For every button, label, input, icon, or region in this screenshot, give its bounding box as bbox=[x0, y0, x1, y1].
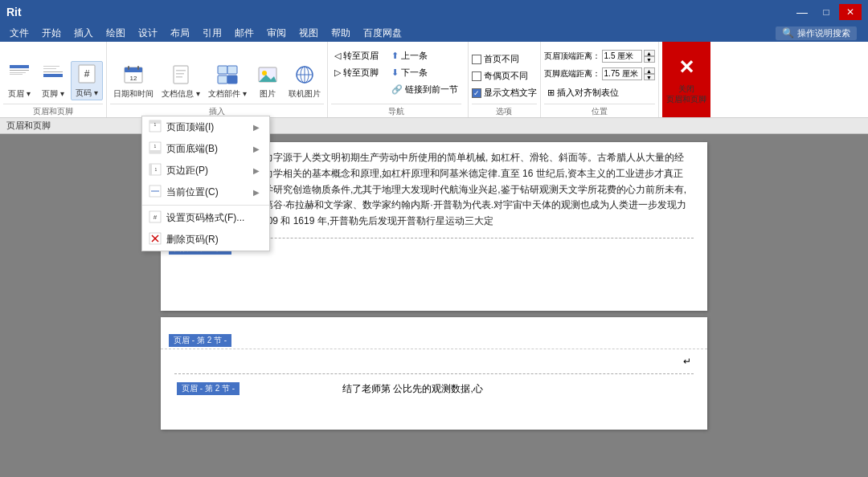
menu-item-baidu[interactable]: 百度网盘 bbox=[357, 24, 408, 42]
svg-text:#: # bbox=[154, 214, 158, 221]
prev-label: 上一条 bbox=[401, 50, 428, 62]
docinfo-button[interactable]: 文档信息 ▾ bbox=[158, 63, 203, 100]
menu-item-file[interactable]: 文件 bbox=[3, 24, 35, 42]
menu-item-design[interactable]: 设计 bbox=[132, 24, 164, 42]
svg-text:1: 1 bbox=[154, 144, 157, 149]
page-2-footer-label[interactable]: 页眉 - 第 2 节 - bbox=[177, 382, 240, 395]
svg-rect-6 bbox=[43, 71, 63, 72]
pagecode-label: 页码 ▾ bbox=[76, 88, 98, 98]
firstpage-checkbox[interactable] bbox=[472, 55, 481, 64]
setformat-icon: # bbox=[149, 210, 162, 226]
oddeven-checkbox[interactable] bbox=[472, 71, 481, 81]
datetime-button[interactable]: 12 日期和时间 bbox=[110, 63, 157, 100]
delete-label: 删除页码(R) bbox=[166, 233, 219, 247]
close-headerfooter-button[interactable]: ✕ 关闭页眉和页脚 bbox=[662, 42, 710, 117]
footerbot-input[interactable]: 1.75 厘米 bbox=[602, 67, 642, 80]
header-button[interactable]: 页眉 ▾ bbox=[3, 62, 35, 100]
ribbon-group-options: 首页不同 奇偶页不同 ✓ 显示文档文字 选项 bbox=[469, 42, 541, 117]
svg-rect-4 bbox=[43, 66, 59, 67]
docinfo-icon bbox=[170, 64, 192, 88]
pagebot-icon: 1 bbox=[149, 141, 162, 157]
footerbot-label: 页脚底端距离： bbox=[544, 68, 600, 80]
dropdown-item-pagetop[interactable]: 1 页面顶端(I) ▶ bbox=[142, 116, 269, 138]
link-prev-button[interactable]: 🔗 链接到前一节 bbox=[388, 82, 461, 97]
dropdown-item-setformat[interactable]: # 设置页码格式(F)... bbox=[142, 207, 269, 229]
close-label: 关闭页眉和页脚 bbox=[666, 84, 706, 104]
docinfo-label: 文档信息 ▾ bbox=[162, 89, 200, 99]
docpart-button[interactable]: 文档部件 ▾ bbox=[205, 63, 250, 100]
pagemargin-arrow: ▶ bbox=[253, 166, 260, 175]
group-label-position: 位置 bbox=[544, 104, 655, 117]
dropdown-item-pagebot[interactable]: 1 页面底端(B) ▶ bbox=[142, 138, 269, 160]
showtext-checkbox[interactable]: ✓ bbox=[472, 88, 481, 98]
headertop-spinner: ▲ ▼ bbox=[644, 50, 655, 63]
menu-item-reference[interactable]: 引用 bbox=[196, 24, 228, 42]
page-2-bottom-text: 结了老师第 公比先的观测数据,心 bbox=[342, 382, 483, 396]
picture-button[interactable]: 图片 bbox=[252, 63, 284, 100]
svg-rect-2 bbox=[10, 72, 26, 73]
menu-item-review[interactable]: 审阅 bbox=[260, 24, 293, 42]
svg-rect-5 bbox=[43, 68, 56, 69]
datetime-icon: 12 bbox=[122, 64, 145, 88]
menu-item-help[interactable]: 帮助 bbox=[325, 24, 357, 42]
picture-icon bbox=[256, 64, 279, 88]
group-label-nav: 导航 bbox=[331, 104, 461, 117]
header-icon bbox=[8, 63, 31, 88]
menu-item-layout[interactable]: 布局 bbox=[164, 24, 196, 42]
pagemargin-label: 页边距(P) bbox=[166, 164, 208, 177]
svg-rect-21 bbox=[227, 66, 237, 74]
picture-label: 图片 bbox=[260, 89, 276, 99]
headertop-input[interactable]: 1.5 厘米 bbox=[602, 50, 642, 63]
goto-header-button[interactable]: ◁ 转至页眉 bbox=[331, 48, 382, 63]
menu-item-home[interactable]: 开始 bbox=[35, 24, 68, 42]
header-section-label[interactable]: 页眉 - 第 2 节 - bbox=[169, 334, 231, 347]
footerbot-spinner: ▲ ▼ bbox=[644, 67, 655, 80]
headertop-down[interactable]: ▼ bbox=[644, 56, 655, 63]
svg-rect-23 bbox=[227, 75, 237, 84]
menu-item-view[interactable]: 视图 bbox=[293, 24, 325, 42]
current-icon bbox=[149, 185, 162, 200]
svg-text:1: 1 bbox=[155, 167, 158, 172]
svg-rect-15 bbox=[174, 66, 188, 84]
link-icon: 🔗 bbox=[391, 84, 403, 95]
link-label: 链接到前一节 bbox=[405, 84, 458, 96]
delete-icon bbox=[149, 232, 162, 247]
minimize-btn[interactable]: — bbox=[791, 4, 813, 20]
footerbot-down[interactable]: ▼ bbox=[644, 74, 655, 80]
footerbot-row: 页脚底端距离： 1.75 厘米 ▲ ▼ bbox=[544, 67, 655, 80]
onlinepic-icon bbox=[293, 64, 316, 88]
firstpage-option[interactable]: 首页不同 bbox=[472, 52, 519, 66]
dropdown-item-delete[interactable]: 删除页码(R) bbox=[142, 229, 269, 251]
pagecode-button[interactable]: # 页码 ▾ bbox=[71, 61, 103, 100]
footerbot-up[interactable]: ▲ bbox=[644, 67, 655, 74]
search-label: 操作说明搜索 bbox=[797, 27, 850, 39]
prev-section-button[interactable]: ⬆ 上一条 bbox=[388, 48, 461, 63]
group-label-options: 选项 bbox=[472, 104, 537, 117]
svg-rect-35 bbox=[149, 150, 161, 153]
title-bar: Rit — □ ✕ bbox=[0, 0, 868, 24]
footer-button[interactable]: 页脚 ▾ bbox=[37, 63, 69, 100]
search-icon: 🔍 bbox=[782, 27, 794, 39]
menu-item-mail[interactable]: 邮件 bbox=[228, 24, 260, 42]
pagebot-arrow: ▶ bbox=[253, 145, 260, 153]
insertalign-label: 插入对齐制表位 bbox=[557, 87, 619, 99]
maximize-btn[interactable]: □ bbox=[815, 4, 837, 20]
insertalign-button[interactable]: ⊞ 插入对齐制表位 bbox=[544, 85, 622, 100]
oddeven-option[interactable]: 奇偶页不同 bbox=[472, 69, 528, 83]
goto-footer-button[interactable]: ▷ 转至页脚 bbox=[331, 65, 382, 80]
group-label-headerfooter: 页眉和页脚 bbox=[3, 104, 103, 117]
showtext-option[interactable]: ✓ 显示文档文字 bbox=[472, 86, 537, 100]
svg-rect-18 bbox=[176, 76, 182, 78]
menu-item-draw[interactable]: 绘图 bbox=[100, 24, 132, 42]
dropdown-item-current[interactable]: 当前位置(C) ▶ bbox=[142, 181, 269, 203]
headertop-up[interactable]: ▲ bbox=[644, 50, 655, 56]
dropdown-divider bbox=[142, 205, 269, 206]
dropdown-item-pagemargin[interactable]: 1 页边距(P) ▶ bbox=[142, 160, 269, 181]
close-window-btn[interactable]: ✕ bbox=[839, 4, 862, 20]
onlinepic-button[interactable]: 联机图片 bbox=[285, 63, 324, 100]
menu-item-insert[interactable]: 插入 bbox=[68, 24, 100, 42]
next-section-button[interactable]: ⬇ 下一条 bbox=[388, 65, 461, 80]
svg-point-25 bbox=[262, 71, 267, 75]
showtext-label: 显示文档文字 bbox=[484, 87, 537, 99]
svg-rect-17 bbox=[176, 73, 184, 75]
